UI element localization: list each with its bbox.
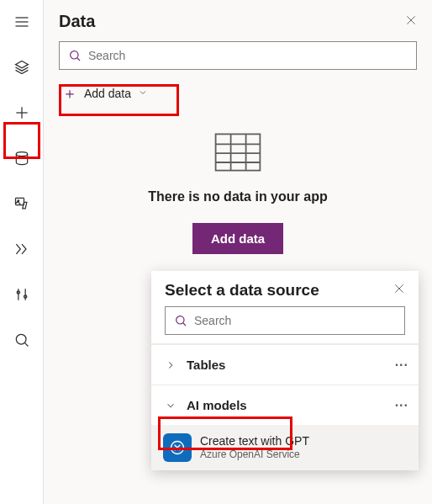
search-icon — [174, 314, 187, 327]
search-field[interactable] — [88, 49, 408, 62]
popover-search-field[interactable] — [194, 314, 396, 327]
table-icon — [213, 132, 262, 176]
svg-line-18 — [77, 58, 80, 61]
popover-title: Select a data source — [165, 281, 319, 300]
chevron-down-icon — [165, 400, 182, 411]
add-data-label: Add data — [84, 87, 131, 100]
data-source-item-gpt[interactable]: Create text with GPT Azure OpenAI Servic… — [151, 425, 419, 470]
data-icon[interactable] — [5, 141, 39, 175]
svg-point-13 — [16, 334, 26, 344]
category-label: Tables — [182, 358, 395, 372]
media-icon[interactable] — [5, 187, 39, 220]
svg-line-14 — [24, 342, 28, 346]
item-title: Create text with GPT — [200, 434, 309, 448]
flows-icon[interactable] — [5, 232, 39, 266]
panel-title: Data — [59, 12, 95, 31]
chevron-down-icon — [138, 87, 148, 100]
popover-close-icon[interactable] — [393, 283, 405, 298]
layers-icon[interactable] — [5, 50, 39, 84]
category-ai-models[interactable]: AI models ··· — [151, 385, 419, 425]
add-data-button[interactable]: Add data — [192, 223, 283, 254]
svg-marker-3 — [15, 61, 28, 68]
svg-point-27 — [176, 316, 184, 324]
item-subtitle: Azure OpenAI Service — [200, 448, 309, 460]
search-icon — [68, 49, 82, 62]
svg-line-28 — [183, 323, 186, 326]
add-icon[interactable] — [5, 96, 39, 130]
more-icon[interactable]: ··· — [395, 398, 408, 413]
search-nav-icon[interactable] — [5, 323, 39, 357]
nav-rail — [0, 0, 44, 504]
category-label: AI models — [182, 398, 395, 412]
svg-point-17 — [71, 51, 78, 59]
panel-header: Data — [59, 12, 417, 31]
empty-state-text: There is no data in your app — [148, 189, 327, 204]
chevron-right-icon — [165, 359, 182, 371]
item-text: Create text with GPT Azure OpenAI Servic… — [200, 434, 309, 460]
svg-rect-19 — [216, 134, 261, 170]
category-tables[interactable]: Tables ··· — [151, 344, 419, 385]
openai-icon — [163, 433, 192, 462]
search-input[interactable] — [59, 41, 417, 70]
settings-sliders-icon[interactable] — [5, 278, 39, 311]
popover-search-input[interactable] — [165, 306, 405, 335]
close-icon[interactable] — [405, 14, 417, 29]
plus-icon: ＋ — [62, 83, 77, 103]
popover-header: Select a data source — [151, 271, 419, 306]
more-icon[interactable]: ··· — [395, 358, 408, 373]
data-source-popover: Select a data source Tables ··· AI model… — [151, 271, 419, 470]
svg-point-6 — [16, 152, 27, 157]
add-data-dropdown[interactable]: ＋ Add data — [59, 78, 417, 109]
hamburger-icon[interactable] — [5, 5, 39, 39]
